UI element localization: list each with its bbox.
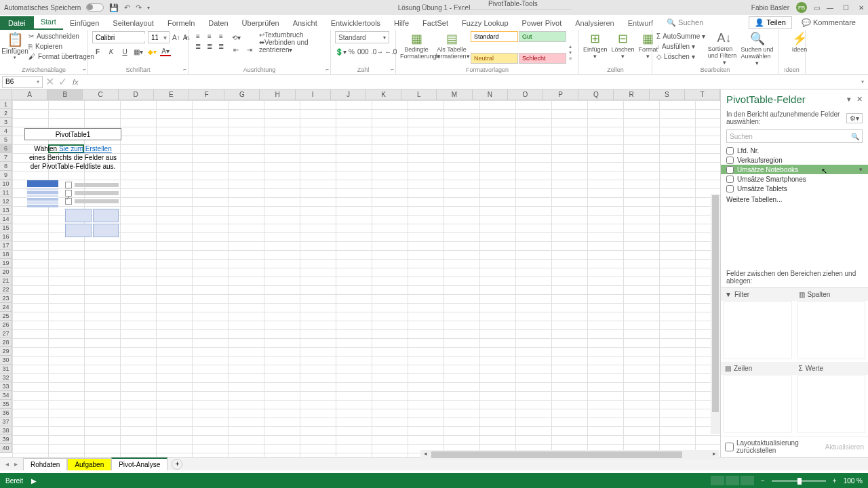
close-icon[interactable]: ✕ bbox=[859, 4, 864, 12]
row-header[interactable]: 36 bbox=[0, 409, 12, 418]
autosum-button[interactable]: ΣAutoSumme▾ bbox=[656, 31, 708, 41]
field-item-hover[interactable]: Umsätze Notebooks▾↖ bbox=[721, 165, 868, 174]
column-header[interactable]: H bbox=[260, 89, 295, 100]
font-color-icon[interactable]: A▾ bbox=[160, 47, 171, 56]
tab-view[interactable]: Ansicht bbox=[286, 16, 324, 30]
row-header[interactable]: 9 bbox=[0, 171, 12, 180]
orientation-icon[interactable]: ⟲▾ bbox=[231, 34, 241, 41]
comma-icon[interactable]: 000 bbox=[357, 48, 368, 56]
format-painter-icon[interactable]: 🖌 bbox=[28, 53, 35, 60]
redo-icon[interactable]: ↷ bbox=[136, 3, 142, 12]
bold-icon[interactable]: F bbox=[92, 48, 103, 56]
tab-start[interactable]: Start bbox=[34, 15, 63, 30]
enter-formula-icon[interactable]: ✓ bbox=[58, 75, 67, 88]
row-header[interactable]: 15 bbox=[0, 224, 12, 232]
column-header[interactable]: R bbox=[614, 89, 649, 100]
pane-settings-icon[interactable]: ⚙▾ bbox=[846, 113, 863, 123]
cut-button[interactable]: Ausschneiden bbox=[37, 33, 79, 40]
zoom-level[interactable]: 100 % bbox=[844, 477, 863, 485]
macro-record-icon[interactable]: ▶ bbox=[31, 477, 37, 485]
style-up-icon[interactable]: ▴ bbox=[569, 43, 572, 49]
style-more-icon[interactable]: ≡ bbox=[569, 56, 572, 62]
row-header[interactable]: 38 bbox=[0, 426, 12, 435]
field-item[interactable]: Verkaufsregion bbox=[726, 155, 863, 165]
column-header[interactable]: L bbox=[401, 89, 437, 100]
row-header[interactable]: 12 bbox=[0, 197, 12, 206]
tab-developer[interactable]: Entwicklertools bbox=[324, 16, 387, 30]
area-filter[interactable]: ▼Filter bbox=[721, 288, 795, 362]
field-checkbox[interactable] bbox=[726, 176, 734, 183]
column-header[interactable]: C bbox=[83, 89, 118, 100]
row-header[interactable]: 40 bbox=[0, 444, 12, 453]
tab-search[interactable]: 🔍 Suchen bbox=[660, 16, 710, 30]
tab-factset[interactable]: FactSet bbox=[416, 16, 455, 30]
align-right-icon[interactable]: ≣ bbox=[216, 41, 226, 51]
style-neutral[interactable]: Neutral bbox=[471, 53, 518, 64]
border-icon[interactable]: ▦▾ bbox=[133, 48, 144, 56]
column-header[interactable]: Q bbox=[578, 89, 614, 100]
align-top-icon[interactable]: ≡ bbox=[193, 31, 203, 41]
row-header[interactable]: 20 bbox=[0, 268, 12, 277]
clipboard-launcher-icon[interactable]: ⌐ bbox=[83, 66, 86, 73]
row-header[interactable]: 30 bbox=[0, 356, 12, 365]
insert-cells-button[interactable]: ⊞Einfügen▾ bbox=[583, 31, 608, 60]
row-header[interactable]: 13 bbox=[0, 206, 12, 215]
spreadsheet-grid[interactable]: ABCDEFGHIJKLMNOPQRST 1234567891011121314… bbox=[0, 89, 720, 457]
row-header[interactable]: 33 bbox=[0, 382, 12, 391]
area-columns[interactable]: ▥Spalten bbox=[795, 288, 869, 362]
field-item[interactable]: Umsätze Smartphones bbox=[726, 174, 863, 184]
row-header[interactable]: 29 bbox=[0, 347, 12, 356]
style-standard[interactable]: Standard bbox=[471, 31, 518, 42]
column-header[interactable]: D bbox=[119, 89, 154, 100]
fill-color-icon[interactable]: ◆▾ bbox=[146, 48, 157, 56]
column-header[interactable]: G bbox=[224, 89, 260, 100]
align-left-icon[interactable]: ≣ bbox=[193, 41, 203, 51]
update-button[interactable]: Aktualisieren bbox=[825, 443, 864, 451]
column-header[interactable]: M bbox=[437, 89, 472, 100]
row-header[interactable]: 6 bbox=[0, 144, 12, 153]
row-header[interactable]: 18 bbox=[0, 250, 12, 259]
style-down-icon[interactable]: ▾ bbox=[569, 49, 572, 56]
horizontal-scrollbar[interactable]: ◂▸ bbox=[420, 450, 719, 460]
column-header[interactable]: A bbox=[12, 89, 47, 100]
zoom-slider[interactable] bbox=[772, 480, 826, 482]
row-header[interactable]: 28 bbox=[0, 338, 12, 347]
increase-decimal-icon[interactable]: .0→ bbox=[371, 48, 382, 56]
tab-help[interactable]: Hilfe bbox=[387, 16, 416, 30]
view-normal-icon[interactable] bbox=[711, 476, 724, 485]
qat-customize-icon[interactable]: ▾ bbox=[147, 5, 150, 11]
row-header[interactable]: 7 bbox=[0, 153, 12, 162]
tab-powerpivot[interactable]: Power Pivot bbox=[515, 16, 569, 30]
row-header[interactable]: 34 bbox=[0, 391, 12, 400]
formula-bar[interactable] bbox=[81, 76, 857, 88]
row-header[interactable]: 32 bbox=[0, 373, 12, 382]
style-gut[interactable]: Gut bbox=[519, 31, 566, 42]
column-header[interactable]: F bbox=[189, 89, 224, 100]
accounting-icon[interactable]: 💲▾ bbox=[335, 48, 346, 56]
row-header[interactable]: 5 bbox=[0, 136, 12, 144]
row-header[interactable]: 21 bbox=[0, 277, 12, 285]
tab-design[interactable]: Entwurf bbox=[621, 16, 660, 30]
tab-formulas[interactable]: Formeln bbox=[161, 16, 201, 30]
fx-icon[interactable]: fx bbox=[73, 78, 79, 86]
zoom-in-icon[interactable]: + bbox=[833, 477, 837, 485]
column-header[interactable]: T bbox=[685, 89, 720, 100]
row-header[interactable]: 2 bbox=[0, 109, 12, 118]
area-values[interactable]: ΣWerte bbox=[795, 362, 869, 436]
increase-indent-icon[interactable]: ⇥ bbox=[244, 46, 255, 54]
maximize-icon[interactable]: ☐ bbox=[843, 4, 849, 12]
field-checkbox[interactable] bbox=[726, 166, 734, 174]
font-size-input[interactable] bbox=[149, 34, 161, 41]
row-header[interactable]: 1 bbox=[0, 100, 12, 109]
merge-center-button[interactable]: ⬌Verbinden und zentrieren▾ bbox=[259, 39, 326, 54]
more-tables-link[interactable]: Weitere Tabellen... bbox=[721, 193, 868, 206]
row-header[interactable]: 31 bbox=[0, 365, 12, 373]
row-header[interactable]: 23 bbox=[0, 294, 12, 303]
column-header[interactable]: S bbox=[650, 89, 685, 100]
row-header[interactable]: 16 bbox=[0, 232, 12, 241]
sheet-tab-pivot-analyse[interactable]: Pivot-Analyse bbox=[111, 458, 167, 470]
row-header[interactable]: 10 bbox=[0, 180, 12, 188]
ribbon-display-icon[interactable]: ▭ bbox=[814, 4, 820, 12]
ideas-button[interactable]: ⚡Ideen bbox=[783, 31, 816, 53]
percent-icon[interactable]: % bbox=[349, 48, 355, 56]
